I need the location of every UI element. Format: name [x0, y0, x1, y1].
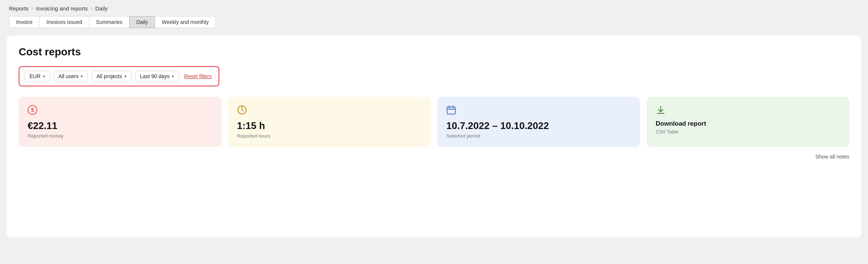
currency-chevron-icon: ▾ — [43, 74, 45, 79]
calendar-icon — [446, 105, 631, 116]
reset-filters-button[interactable]: Reset filters — [183, 71, 213, 82]
users-chevron-icon: ▾ — [81, 74, 83, 79]
download-report-label: Download report — [656, 120, 841, 128]
show-all-notes-link[interactable]: Show all notes — [19, 154, 849, 160]
tab-summaries[interactable]: Summaries — [89, 16, 130, 28]
card-reported-money: $ €22.11 Reported money — [19, 97, 221, 147]
clock-icon — [237, 105, 422, 116]
breadcrumb-current: Daily — [95, 5, 108, 12]
selected-period-value: 10.7.2022 – 10.10.2022 — [446, 120, 631, 132]
projects-label: All projects — [96, 73, 122, 79]
tab-invoices-issued[interactable]: Invoices issued — [39, 16, 89, 28]
download-report-sublabel: CSV Table — [656, 129, 841, 135]
main-content: Cost reports EUR ▾ All users ▾ All proje… — [7, 36, 861, 237]
tab-invoice[interactable]: Invoice — [9, 16, 40, 28]
reported-hours-value: 1:15 h — [237, 120, 422, 132]
card-selected-period: 10.7.2022 – 10.10.2022 Selected period — [437, 97, 640, 147]
tabs-bar: Invoice Invoices issued Summaries Daily … — [9, 16, 859, 28]
card-download-report[interactable]: Download report CSV Table — [647, 97, 850, 147]
svg-line-4 — [242, 110, 244, 111]
users-filter[interactable]: All users ▾ — [54, 71, 88, 82]
period-chevron-icon: ▾ — [172, 74, 174, 79]
breadcrumb-reports[interactable]: Reports — [9, 5, 29, 12]
card-reported-hours: 1:15 h Reported hours — [228, 97, 431, 147]
period-label: Last 90 days — [140, 73, 170, 79]
tab-daily[interactable]: Daily — [129, 16, 155, 28]
svg-text:$: $ — [31, 107, 34, 113]
download-icon — [656, 105, 841, 116]
top-bar: Reports > Invoicing and reports > Daily … — [0, 0, 868, 32]
users-label: All users — [59, 73, 79, 79]
breadcrumb-sep2: > — [90, 6, 93, 11]
cards-row: $ €22.11 Reported money 1:15 h Reported … — [19, 97, 849, 147]
currency-filter[interactable]: EUR ▾ — [25, 71, 50, 82]
projects-chevron-icon: ▾ — [124, 74, 127, 79]
page-title: Cost reports — [19, 46, 849, 58]
reported-money-value: €22.11 — [28, 120, 213, 132]
reported-money-label: Reported money — [28, 133, 213, 139]
breadcrumb-invoicing[interactable]: Invoicing and reports — [36, 5, 88, 12]
svg-rect-6 — [447, 107, 455, 114]
tab-weekly-monthly[interactable]: Weekly and monthly — [155, 16, 216, 28]
period-filter[interactable]: Last 90 days ▾ — [135, 71, 179, 82]
breadcrumb: Reports > Invoicing and reports > Daily — [9, 5, 859, 12]
selected-period-label: Selected period — [446, 133, 631, 139]
svg-point-5 — [241, 106, 242, 107]
money-icon: $ — [28, 105, 213, 116]
reported-hours-label: Reported hours — [237, 133, 422, 139]
currency-label: EUR — [30, 73, 41, 79]
projects-filter[interactable]: All projects ▾ — [92, 71, 131, 82]
breadcrumb-sep1: > — [31, 6, 34, 11]
filters-row: EUR ▾ All users ▾ All projects ▾ Last 90… — [19, 66, 219, 86]
